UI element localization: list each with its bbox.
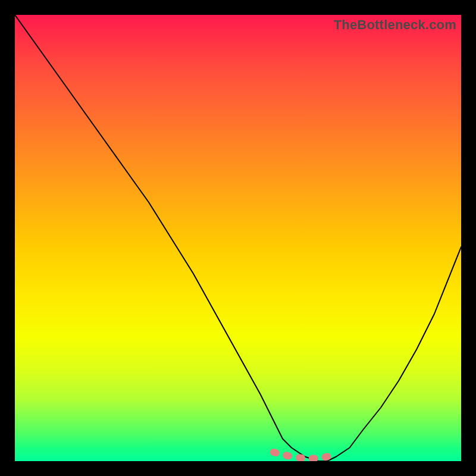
gradient-plot: TheBottleneck.com <box>15 15 461 461</box>
bottleneck-curve-path <box>15 15 461 461</box>
flat-segment-marker-path <box>274 452 336 459</box>
curve-overlay <box>15 15 461 461</box>
chart-frame: TheBottleneck.com <box>0 0 476 476</box>
